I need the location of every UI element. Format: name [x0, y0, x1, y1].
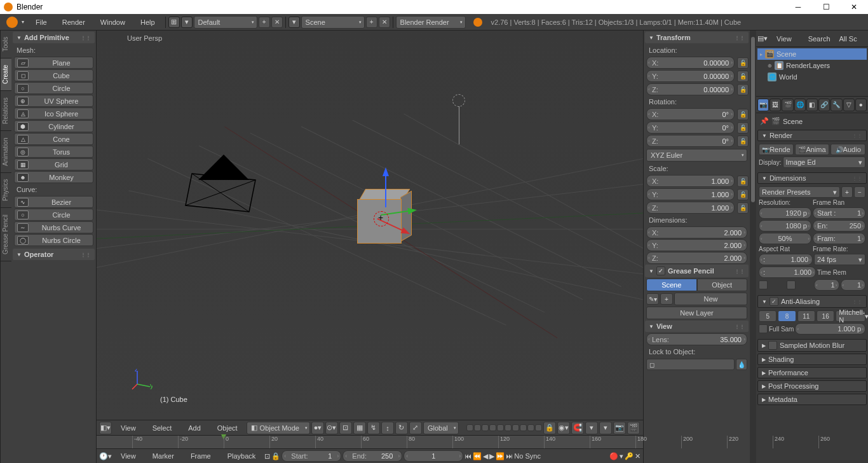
mode-dropdown[interactable]: ◧Object Mode — [247, 422, 310, 434]
audio-button[interactable]: 🔊Audio — [831, 144, 865, 155]
tab-animation[interactable]: Animation — [1, 131, 11, 172]
tab-data[interactable]: ▽ — [843, 99, 855, 111]
location-z-input[interactable]: Z:0.00000 — [646, 83, 735, 95]
lock-camera-icon[interactable]: 🔒 — [543, 422, 556, 434]
add-circle-button[interactable]: ○Circle — [14, 82, 93, 94]
add-grid-button[interactable]: ▦Grid — [14, 158, 93, 170]
layers-button[interactable]: ▦ — [353, 422, 366, 434]
tl-menu-frame[interactable]: Frame — [183, 450, 219, 462]
crumb-scene[interactable]: Scene — [783, 118, 803, 125]
render-button[interactable]: 📷Rende — [759, 144, 794, 155]
dim-x-input[interactable]: X:2.000 — [646, 226, 747, 238]
gp-object-button[interactable]: Object — [697, 279, 748, 291]
aa-8-button[interactable]: 8 — [778, 310, 796, 322]
start-frame-input[interactable]: Start:1 — [281, 450, 341, 462]
metadata-panel-header[interactable]: ▶Metadata — [757, 394, 867, 405]
proportional-edit-dropdown[interactable]: ◉▾ — [557, 422, 570, 434]
tab-object[interactable]: ◧ — [806, 99, 818, 111]
tab-render[interactable]: 📷 — [757, 99, 769, 111]
layer-buttons[interactable] — [466, 424, 542, 431]
snap-toggle[interactable]: 🧲 — [571, 422, 584, 434]
scene-delete-button[interactable]: ✕ — [379, 17, 390, 28]
scale-y-input[interactable]: Y:1.000 — [646, 188, 735, 200]
keying-set-dropdown[interactable]: ▾ — [620, 452, 623, 460]
lens-input[interactable]: Lens:35.000 — [646, 333, 747, 345]
scene-dropdown[interactable]: Scene — [301, 16, 365, 29]
autokey-toggle[interactable]: 🔴 — [609, 452, 618, 460]
lock-icon[interactable]: 🔓 — [737, 202, 749, 214]
tab-render-layers[interactable]: 🖼 — [770, 99, 781, 111]
render-opengl-button[interactable]: 📷 — [613, 422, 626, 434]
lock-icon[interactable]: 🔓 — [737, 84, 749, 95]
update-icon[interactable] — [473, 18, 482, 27]
tab-relations[interactable]: Relations — [1, 91, 11, 131]
lock-object-input[interactable]: ◻ — [646, 359, 735, 370]
new-mapping-input[interactable]: 1 — [841, 279, 866, 291]
gp-new-layer-button[interactable]: New Layer — [646, 307, 747, 319]
play-button[interactable]: ▶ — [489, 452, 494, 460]
lock-icon[interactable]: 🔓 — [737, 109, 749, 120]
frame-end-input[interactable]: En:250 — [813, 220, 865, 232]
delete-key-button[interactable]: ✕ — [635, 452, 641, 460]
operator-header[interactable]: ▼ Operator⋮⋮ — [13, 249, 95, 260]
ol-menu-search[interactable]: Search — [801, 32, 838, 45]
render-panel-header[interactable]: ▼Render⋮⋮ — [757, 130, 867, 141]
tl-menu-view[interactable]: View — [113, 450, 144, 462]
add-circle-curve-button[interactable]: ○Circle — [14, 209, 93, 221]
add-uvsphere-button[interactable]: ⊕UV Sphere — [14, 95, 93, 107]
smb-checkbox[interactable] — [768, 341, 777, 350]
frame-start-input[interactable]: Start :1 — [813, 207, 865, 219]
checkbox-icon[interactable]: ✓ — [656, 266, 665, 275]
add-torus-button[interactable]: ◎Torus — [14, 146, 93, 158]
fullsample-checkbox[interactable] — [759, 324, 768, 333]
ol-menu-view[interactable]: View — [769, 32, 799, 45]
gizmo-y-axis[interactable] — [407, 207, 417, 214]
manipulator-scale[interactable]: ⤢ — [409, 422, 422, 434]
add-cube-button[interactable]: ◻Cube — [14, 69, 93, 81]
add-nurbs-circle-button[interactable]: ◯Nurbs Circle — [14, 234, 93, 246]
snap-target-dropdown[interactable]: ▾ — [599, 422, 612, 434]
preset-add-button[interactable]: + — [841, 186, 853, 198]
eyedropper-icon[interactable]: 💧 — [736, 359, 747, 370]
orientation-dropdown[interactable]: Global — [423, 422, 459, 434]
tl-menu-marker[interactable]: Marker — [145, 450, 182, 462]
add-primitive-header[interactable]: ▼ Add Primitive⋮⋮ — [13, 32, 95, 43]
scale-x-input[interactable]: X:1.000 — [646, 175, 735, 187]
add-icosphere-button[interactable]: ◬Ico Sphere — [14, 107, 93, 120]
animation-button[interactable]: 🎬Anima — [795, 144, 830, 155]
outliner-renderlayers-row[interactable]: ⊕📋RenderLayers — [757, 60, 867, 71]
vp-menu-select[interactable]: Select — [145, 422, 180, 434]
gp-browse-icon[interactable]: ✎▾ — [646, 293, 659, 305]
lock-range-icon[interactable]: 🔒 — [271, 452, 280, 460]
menu-window[interactable]: Window — [93, 16, 133, 29]
rotation-x-input[interactable]: X:0° — [646, 108, 735, 120]
res-y-input[interactable]: 1080 p — [759, 220, 811, 232]
postproc-panel-header[interactable]: ▶Post Processing — [757, 380, 867, 392]
tab-grease-pencil[interactable]: Grease Pencil — [1, 208, 11, 261]
filter-size-input[interactable]: 1.000 p — [795, 323, 865, 335]
menu-help[interactable]: Help — [133, 16, 163, 29]
old-mapping-input[interactable]: 1 — [814, 279, 839, 291]
current-frame-input[interactable]: 1 — [403, 450, 463, 462]
add-cylinder-button[interactable]: ⬢Cylinder — [14, 120, 93, 132]
menu-render[interactable]: Render — [55, 16, 93, 29]
editor-type-icon[interactable]: ◧▾ — [99, 422, 112, 434]
grease-pencil-header[interactable]: ▼✓Grease Pencil⋮⋮ — [645, 265, 749, 277]
lock-icon[interactable]: 🔓 — [737, 176, 749, 187]
pivot-align-icon[interactable]: ⊡ — [339, 422, 352, 434]
manipulator-rotate[interactable]: ↻ — [395, 422, 408, 434]
vp-menu-add[interactable]: Add — [180, 422, 208, 434]
outliner-tree[interactable]: ▸🎬Scene ⊕📋RenderLayers 🌐World — [756, 47, 868, 97]
aa-11-button[interactable]: 11 — [797, 310, 815, 322]
tab-create[interactable]: Create — [1, 59, 11, 91]
vp-menu-object[interactable]: Object — [210, 422, 245, 434]
jump-prev-key-button[interactable]: ⏪ — [473, 452, 482, 460]
jump-end-button[interactable]: ⏭ — [506, 452, 513, 460]
play-reverse-button[interactable]: ◀ — [483, 452, 488, 460]
scene-add-button[interactable]: + — [366, 17, 377, 28]
end-frame-input[interactable]: End:250 — [342, 450, 402, 462]
blender-menu-icon[interactable] — [6, 17, 18, 28]
timeline-ruler[interactable]: -40 -20 0 20 40 60 80 100 120 140 160 18… — [97, 436, 643, 449]
jump-start-button[interactable]: ⏮ — [465, 452, 471, 460]
preset-remove-button[interactable]: − — [854, 186, 865, 198]
